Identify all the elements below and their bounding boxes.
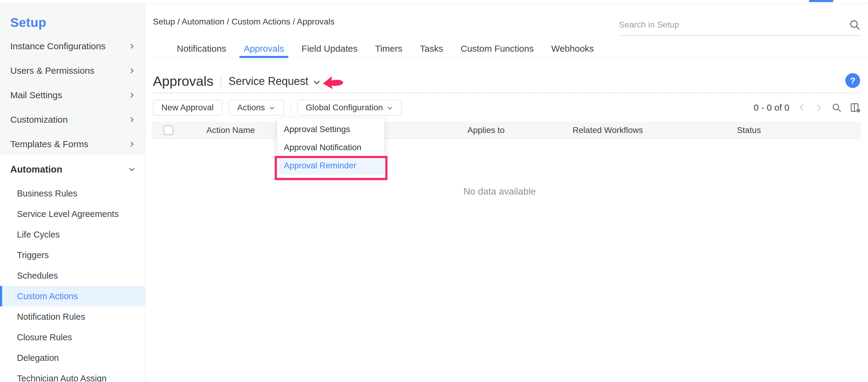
help-button[interactable]: ?	[845, 73, 860, 88]
button-label: New Approval	[161, 103, 214, 113]
sidebar-item-mail-settings[interactable]: Mail Settings	[0, 83, 145, 107]
sidebar-item-delegation[interactable]: Delegation	[0, 348, 145, 368]
tab-tasks[interactable]: Tasks	[420, 39, 443, 58]
sidebar-item-custom-actions[interactable]: Custom Actions	[0, 286, 145, 307]
menu-item-approval-settings[interactable]: Approval Settings	[277, 120, 384, 138]
menu-item-label: Approval Reminder	[284, 161, 356, 170]
toolbar: New Approval Actions Global Configuratio…	[153, 100, 861, 116]
chevron-down-icon	[386, 105, 393, 112]
tab-label: Notifications	[177, 43, 226, 54]
sidebar-item-templates-forms[interactable]: Templates & Forms	[0, 132, 145, 156]
chevron-down-icon[interactable]	[312, 78, 321, 87]
sidebar-item-label: Business Rules	[17, 189, 78, 198]
sidebar-item-label: Life Cycles	[17, 230, 60, 240]
sidebar-groups: Instance Configurations Users & Permissi…	[0, 34, 145, 156]
global-configuration-button[interactable]: Global Configuration	[298, 100, 402, 116]
tab-approvals[interactable]: Approvals	[244, 39, 284, 58]
tab-label: Tasks	[420, 43, 443, 54]
sidebar-item-instance-configurations[interactable]: Instance Configurations	[0, 34, 145, 58]
setup-logo: Setup	[10, 15, 46, 30]
tab-label: Custom Functions	[461, 43, 534, 54]
sidebar-item-label: Service Level Agreements	[17, 209, 119, 219]
menu-item-approval-notification[interactable]: Approval Notification	[277, 138, 384, 157]
sidebar-item-closure-rules[interactable]: Closure Rules	[0, 327, 145, 348]
question-mark-icon: ?	[850, 75, 855, 86]
setup-page: Setup Instance Configurations Users & Pe…	[0, 0, 868, 382]
list-search-icon[interactable]	[831, 102, 842, 113]
tab-webhooks[interactable]: Webhooks	[551, 39, 594, 58]
column-settings-icon[interactable]	[850, 102, 861, 113]
chevron-down-icon	[128, 165, 136, 174]
sidebar-item-label: Automation	[10, 164, 62, 175]
tab-notifications[interactable]: Notifications	[177, 39, 226, 58]
setup-search	[619, 14, 861, 36]
menu-item-label: Approval Notification	[284, 142, 362, 152]
sidebar-item-service-level-agreements[interactable]: Service Level Agreements	[0, 204, 145, 224]
search-input[interactable]	[619, 20, 849, 30]
column-header-status[interactable]: Status	[737, 122, 761, 139]
sidebar-item-label: Delegation	[17, 353, 59, 363]
sidebar-item-label: Technician Auto Assign	[17, 374, 107, 382]
chevron-right-icon	[128, 42, 136, 50]
new-approval-button[interactable]: New Approval	[153, 100, 222, 116]
global-configuration-menu: Approval Settings Approval Notification …	[277, 118, 385, 178]
toolbar-separator	[290, 101, 291, 115]
tab-field-updates[interactable]: Field Updates	[302, 39, 358, 58]
sidebar-item-label: Templates & Forms	[10, 139, 88, 149]
module-selector[interactable]: Service Request	[228, 75, 308, 88]
select-all-checkbox[interactable]	[163, 125, 173, 135]
sidebar-item-triggers[interactable]: Triggers	[0, 245, 145, 265]
menu-item-label: Approval Settings	[284, 125, 350, 134]
sidebar: Setup Instance Configurations Users & Pe…	[0, 3, 145, 382]
pagination-range: 0 - 0 of 0	[754, 102, 789, 113]
title-divider	[153, 93, 861, 93]
sidebar-item-automation[interactable]: Automation	[0, 160, 145, 179]
sidebar-item-label: Schedules	[17, 271, 58, 281]
empty-state-message: No data available	[463, 186, 536, 197]
page-next-icon[interactable]	[814, 103, 823, 112]
sidebar-item-customization[interactable]: Customization	[0, 107, 145, 132]
sidebar-item-label: Closure Rules	[17, 332, 72, 342]
tab-label: Approvals	[244, 43, 284, 54]
sidebar-item-technician-auto-assign[interactable]: Technician Auto Assign	[0, 368, 145, 382]
page-previous-icon[interactable]	[797, 103, 806, 112]
actions-button[interactable]: Actions	[229, 100, 284, 116]
chevron-right-icon	[128, 140, 136, 148]
sidebar-item-label: Users & Permissions	[10, 66, 94, 76]
column-header-applies-to[interactable]: Applies to	[468, 122, 505, 139]
page-title: Approvals	[153, 73, 213, 89]
sidebar-item-business-rules[interactable]: Business Rules	[0, 183, 145, 204]
chevron-right-icon	[128, 67, 136, 75]
chevron-right-icon	[128, 91, 136, 99]
sidebar-item-notification-rules[interactable]: Notification Rules	[0, 307, 145, 327]
tab-timers[interactable]: Timers	[375, 39, 403, 58]
table-header-row: Action Name Applies to Related Workflows…	[152, 122, 861, 139]
sidebar-item-life-cycles[interactable]: Life Cycles	[0, 224, 145, 245]
pagination: 0 - 0 of 0	[754, 102, 861, 113]
sidebar-item-schedules[interactable]: Schedules	[0, 265, 145, 286]
tab-custom-functions[interactable]: Custom Functions	[461, 39, 534, 58]
button-label: Global Configuration	[306, 103, 383, 113]
tab-label: Timers	[375, 43, 403, 54]
column-header-related-workflows[interactable]: Related Workflows	[573, 122, 643, 139]
sidebar-item-label: Custom Actions	[17, 291, 78, 301]
tab-label: Webhooks	[551, 43, 594, 54]
tab-bar: Notifications Approvals Field Updates Ti…	[177, 39, 594, 58]
sidebar-item-label: Instance Configurations	[10, 41, 105, 52]
chevron-down-icon	[269, 105, 275, 112]
menu-item-approval-reminder[interactable]: Approval Reminder	[277, 157, 384, 175]
sidebar-item-label: Triggers	[17, 250, 49, 260]
sidebar-item-label: Notification Rules	[17, 312, 85, 322]
main-content: Setup / Automation / Custom Actions / Ap…	[145, 3, 868, 382]
top-blue-indicator	[809, 0, 833, 2]
sidebar-item-users-permissions[interactable]: Users & Permissions	[0, 58, 145, 83]
button-label: Actions	[237, 103, 265, 113]
sidebar-automation-subitems: Business Rules Service Level Agreements …	[0, 183, 145, 382]
column-header-action-name[interactable]: Action Name	[207, 122, 255, 139]
tab-label: Field Updates	[302, 43, 358, 54]
annotation-arrow-icon	[321, 74, 345, 90]
sidebar-item-label: Mail Settings	[10, 90, 62, 100]
chevron-right-icon	[128, 116, 136, 124]
sidebar-item-label: Customization	[10, 115, 68, 125]
search-icon[interactable]	[849, 19, 861, 31]
